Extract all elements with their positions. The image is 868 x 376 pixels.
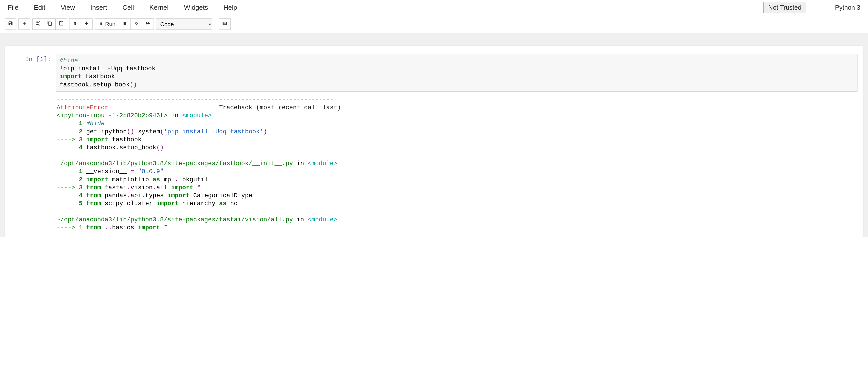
- traceback-in: in: [293, 216, 308, 223]
- traceback-code: .: [127, 184, 130, 191]
- command-palette-button[interactable]: [219, 19, 231, 30]
- input-prompt: In [1]:: [9, 54, 56, 234]
- traceback-code: .: [153, 184, 156, 191]
- restart-icon: [134, 21, 139, 27]
- error-name: AttributeError: [57, 104, 108, 111]
- restart-run-all-button[interactable]: [142, 19, 154, 30]
- restart-button[interactable]: [130, 19, 142, 30]
- spacer-text: [108, 104, 219, 111]
- code-text: .: [89, 81, 93, 88]
- menu-view[interactable]: View: [61, 4, 75, 11]
- traceback-code: .: [127, 192, 130, 199]
- traceback-label: Traceback (most recent call last): [219, 104, 341, 111]
- traceback-code: pandas: [101, 192, 127, 199]
- traceback-arrow: ----> 3: [57, 184, 86, 191]
- input-area[interactable]: #hide !pip install -Uqq fastbook import …: [56, 54, 858, 92]
- add-cell-button[interactable]: [19, 19, 30, 30]
- run-icon: [98, 21, 103, 27]
- traceback-code: mpl: [160, 176, 175, 183]
- fast-forward-icon: [145, 21, 151, 27]
- line-number: 4: [57, 144, 86, 151]
- traceback-module: <module>: [182, 112, 212, 119]
- traceback-code: from: [86, 192, 101, 199]
- code-text: pip install -Uqq fastbook: [63, 65, 155, 72]
- line-number: 4: [57, 192, 86, 199]
- traceback-code: (: [160, 128, 163, 135]
- run-button[interactable]: Run: [95, 19, 119, 30]
- traceback-code: basics: [112, 224, 138, 231]
- cut-button[interactable]: [32, 19, 44, 30]
- menu-edit[interactable]: Edit: [34, 4, 45, 11]
- menubar-left: File Edit View Insert Cell Kernel Widget…: [8, 4, 237, 11]
- code-text: fastbook: [82, 73, 115, 80]
- move-up-button[interactable]: [69, 19, 81, 30]
- run-label: Run: [105, 21, 115, 27]
- save-icon: [8, 21, 13, 27]
- interrupt-button[interactable]: [119, 19, 131, 30]
- cut-copy-paste-group: [32, 19, 67, 30]
- traceback-code: pkgutil: [179, 176, 208, 183]
- move-down-button[interactable]: [81, 19, 93, 30]
- traceback-code: get_ipython: [86, 128, 127, 135]
- menu-insert[interactable]: Insert: [91, 4, 107, 11]
- save-button[interactable]: [5, 19, 17, 30]
- traceback-code: #hide: [86, 120, 104, 127]
- traceback-code: api: [130, 192, 142, 199]
- not-trusted-button[interactable]: Not Trusted: [764, 2, 806, 13]
- traceback-code: from: [86, 200, 101, 207]
- menu-widgets[interactable]: Widgets: [184, 4, 208, 11]
- code-cell[interactable]: In [1]: #hide !pip install -Uqq fastbook…: [5, 51, 863, 237]
- traceback-code: from: [86, 224, 101, 231]
- traceback-code: matplotlib: [108, 176, 153, 183]
- traceback-module: <module>: [308, 160, 337, 167]
- traceback-code: as: [153, 176, 160, 183]
- traceback-code: import: [86, 176, 108, 183]
- copy-button[interactable]: [44, 19, 56, 30]
- traceback-path: <ipython-input-1-2b820b2b946f>: [57, 112, 167, 119]
- output-area: ----------------------------------------…: [56, 92, 858, 234]
- menu-file[interactable]: File: [8, 4, 19, 11]
- traceback-code: all: [156, 184, 171, 191]
- traceback-path: ~/opt/anaconda3/lib/python3.8/site-packa…: [57, 216, 293, 223]
- line-number: 2: [57, 176, 86, 183]
- traceback-code: hierarchy: [179, 200, 219, 207]
- traceback-code: [101, 224, 104, 231]
- code-paren: (): [130, 81, 137, 88]
- line-number: 1: [57, 120, 86, 127]
- cell-type-select[interactable]: Code: [156, 19, 212, 30]
- traceback-arrow: ----> 3: [57, 136, 86, 143]
- traceback-code: (): [127, 128, 134, 135]
- menu-kernel[interactable]: Kernel: [149, 4, 168, 11]
- traceback-arrow: ----> 1: [57, 224, 86, 231]
- line-number: 5: [57, 200, 86, 207]
- traceback-code: __version__: [86, 168, 130, 175]
- traceback-code: .: [134, 128, 138, 135]
- traceback-code: fastbook: [108, 136, 142, 143]
- arrow-up-icon: [72, 21, 78, 27]
- copy-icon: [47, 21, 52, 27]
- traceback-code: .: [116, 144, 119, 151]
- menu-help[interactable]: Help: [223, 4, 237, 11]
- traceback-in: in: [293, 160, 308, 167]
- traceback-code: types: [145, 192, 167, 199]
- traceback-code: .: [123, 200, 127, 207]
- notebook-container: In [1]: #hide !pip install -Uqq fastbook…: [0, 33, 868, 237]
- traceback-code: "0.0.9": [134, 168, 163, 175]
- toolbar: Run Code: [0, 16, 868, 33]
- traceback-code: fastai: [101, 184, 127, 191]
- paste-button[interactable]: [55, 19, 67, 30]
- traceback-code: CategoricalDtype: [190, 192, 252, 199]
- move-group: [69, 19, 93, 30]
- keyboard-icon: [222, 21, 227, 27]
- traceback-code: scipy: [101, 200, 123, 207]
- traceback-code: setup_book: [120, 144, 156, 151]
- traceback-code: *: [160, 224, 167, 231]
- kernel-name[interactable]: Python 3: [827, 4, 860, 11]
- traceback-code: cluster: [127, 200, 156, 207]
- traceback-module: <module>: [308, 216, 337, 223]
- menu-cell[interactable]: Cell: [123, 4, 134, 11]
- traceback-code: hc: [227, 200, 238, 207]
- traceback-code: .: [108, 224, 112, 231]
- notebook: In [1]: #hide !pip install -Uqq fastbook…: [5, 46, 863, 237]
- traceback-code: system: [138, 128, 160, 135]
